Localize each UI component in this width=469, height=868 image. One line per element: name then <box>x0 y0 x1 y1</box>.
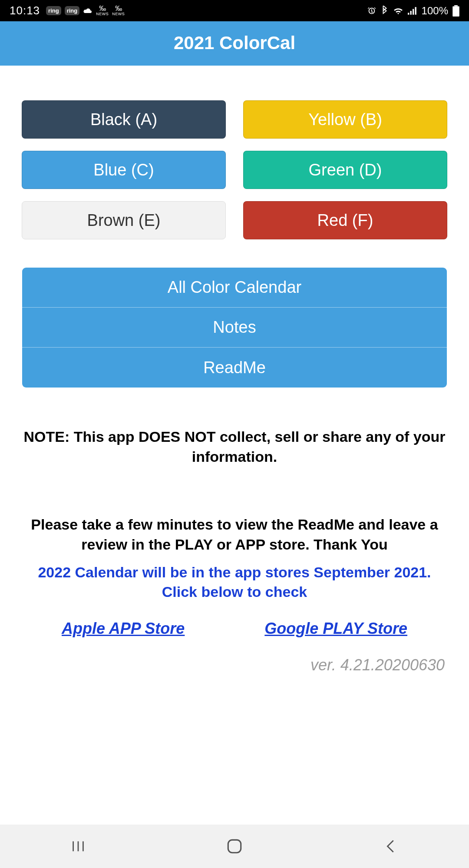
upcoming-note: 2022 Calendar will be in the app stores … <box>22 563 447 603</box>
store-links: Apple APP Store Google PLAY Store <box>22 620 447 638</box>
alarm-icon <box>367 6 377 16</box>
battery-pct: 100% <box>422 5 448 17</box>
review-note: Please take a few minutes to view the Re… <box>22 515 447 555</box>
status-bar: 10:13 ring ring ‰ NEWS ‰ NEWS <box>0 0 469 21</box>
privacy-note: NOTE: This app DOES NOT collect, sell or… <box>22 427 447 467</box>
battery-icon <box>452 5 459 17</box>
apple-store-link[interactable]: Apple APP Store <box>62 620 185 638</box>
svg-rect-5 <box>452 6 459 16</box>
color-yellow-button[interactable]: Yellow (B) <box>243 100 447 139</box>
android-navbar <box>0 825 469 868</box>
svg-rect-9 <box>228 840 241 852</box>
bluetooth-icon <box>381 6 389 16</box>
cloud-icon <box>83 7 92 14</box>
svg-rect-0 <box>408 13 409 14</box>
color-grid: Black (A) Yellow (B) Blue (C) Green (D) … <box>22 100 447 239</box>
status-right: 100% <box>367 5 459 17</box>
news-icon: ‰ NEWS <box>96 5 109 16</box>
menu-notes[interactable]: Notes <box>22 308 447 348</box>
svg-rect-2 <box>413 9 414 14</box>
svg-rect-4 <box>454 5 458 7</box>
ring-icon: ring <box>46 6 61 15</box>
status-time: 10:13 <box>10 4 40 17</box>
color-black-button[interactable]: Black (A) <box>22 100 226 139</box>
ring-icon: ring <box>65 6 80 15</box>
menu-all-color-calendar[interactable]: All Color Calendar <box>22 268 447 308</box>
signal-icon <box>408 7 417 15</box>
status-left: 10:13 ring ring ‰ NEWS ‰ NEWS <box>10 4 125 17</box>
color-green-button[interactable]: Green (D) <box>243 151 447 189</box>
nav-recents-button[interactable] <box>67 835 89 858</box>
color-red-button[interactable]: Red (F) <box>243 201 447 239</box>
svg-rect-1 <box>410 11 411 15</box>
version-label: ver. 4.21.20200630 <box>22 656 447 674</box>
menu-readme[interactable]: ReadMe <box>22 348 447 388</box>
color-blue-button[interactable]: Blue (C) <box>22 151 226 189</box>
app-header: 2021 ColorCal <box>0 21 469 66</box>
menu-list: All Color Calendar Notes ReadMe <box>22 267 447 388</box>
svg-rect-3 <box>415 7 416 15</box>
status-tray: ring ring ‰ NEWS ‰ NEWS <box>46 5 125 16</box>
app-title: 2021 ColorCal <box>0 33 469 53</box>
color-brown-button[interactable]: Brown (E) <box>22 201 226 239</box>
wifi-icon <box>393 7 403 15</box>
google-store-link[interactable]: Google PLAY Store <box>264 620 407 638</box>
nav-back-button[interactable] <box>380 835 402 858</box>
news-icon: ‰ NEWS <box>112 5 125 16</box>
nav-home-button[interactable] <box>223 835 246 858</box>
